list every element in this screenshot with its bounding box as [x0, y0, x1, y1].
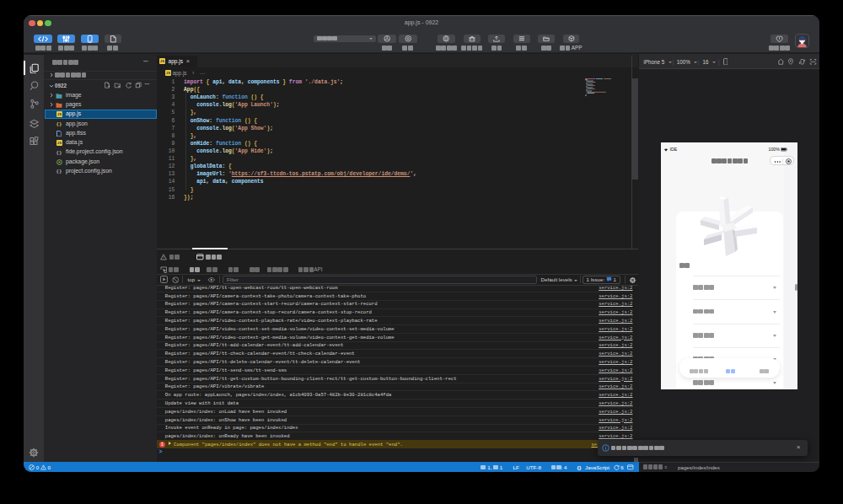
svg-text:JS: JS [56, 142, 61, 146]
svg-text:JS: JS [166, 72, 170, 76]
svg-text:JS: JS [56, 113, 61, 117]
svg-text:JS: JS [160, 60, 164, 64]
